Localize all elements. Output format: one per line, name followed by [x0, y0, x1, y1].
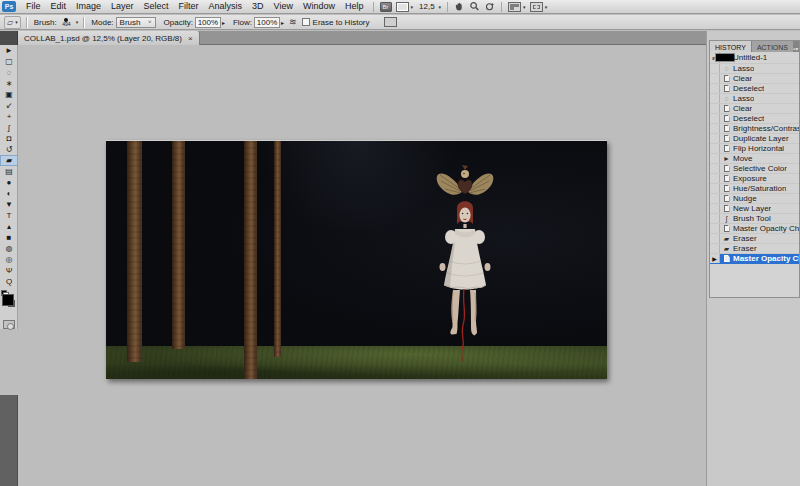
menu-window[interactable]: Window — [298, 0, 340, 13]
gradient-tool[interactable]: ▤ — [0, 166, 18, 177]
dodge-tool[interactable]: ◐ — [0, 188, 18, 199]
history-state-row[interactable]: Nudge — [710, 194, 799, 204]
history-state-row[interactable]: Selective Color — [710, 164, 799, 174]
lasso-tool[interactable]: ◌ — [0, 67, 18, 78]
history-brush-source-cell[interactable] — [710, 64, 720, 73]
history-brush-source-cell[interactable] — [710, 204, 720, 213]
history-brush-source-cell[interactable] — [710, 184, 720, 193]
history-brush-source-cell[interactable] — [710, 194, 720, 203]
3d-orbit-tool[interactable]: ◎ — [0, 254, 18, 265]
chevron-down-icon[interactable]: ▾ — [76, 19, 79, 25]
menu-file[interactable]: File — [21, 0, 46, 13]
3d-rotate-tool[interactable]: ◍ — [0, 243, 18, 254]
screen-mode-button[interactable]: ▾ — [530, 2, 548, 12]
eraser-tool[interactable]: ▰ — [0, 155, 18, 166]
menu-help[interactable]: Help — [340, 0, 369, 13]
history-brush-source-cell[interactable] — [710, 174, 720, 183]
shape-tool[interactable]: ■ — [0, 232, 18, 243]
menu-select[interactable]: Select — [139, 0, 174, 13]
history-brush-source-cell[interactable] — [710, 104, 720, 113]
history-state-row[interactable]: Deselect — [710, 114, 799, 124]
arrange-documents-button[interactable]: ▾ — [508, 2, 526, 12]
menu-analysis[interactable]: Analysis — [204, 0, 248, 13]
history-brush-source-cell[interactable] — [710, 74, 720, 83]
menu-image[interactable]: Image — [71, 0, 106, 13]
history-state-row[interactable]: ʃBrush Tool — [710, 214, 799, 224]
history-brush-source-cell[interactable] — [710, 224, 720, 233]
tool-preset-picker[interactable]: ▱ ▾ — [4, 16, 21, 29]
healing-brush-tool[interactable]: + — [0, 111, 18, 122]
opacity-field[interactable]: 100% — [195, 17, 221, 28]
history-state-row[interactable]: Brightness/Contrast — [710, 124, 799, 134]
history-state-row[interactable]: ◌Lasso — [710, 64, 799, 74]
history-brush-source-cell[interactable] — [710, 94, 720, 103]
zoom-tool-button[interactable] — [469, 1, 480, 12]
history-state-row[interactable]: ▶Master Opacity Change — [710, 254, 799, 264]
panel-menu-icon[interactable]: ▪▾ — [793, 45, 800, 52]
history-brush-source-cell[interactable] — [710, 84, 720, 93]
path-selection-tool[interactable]: ▴ — [0, 221, 18, 232]
foreground-color-swatch[interactable] — [2, 294, 14, 306]
history-brush-source-cell[interactable] — [710, 154, 720, 163]
tab-actions[interactable]: ACTIONS — [752, 41, 793, 52]
history-brush-source-cell[interactable] — [710, 234, 720, 243]
history-state-row[interactable]: ►Move — [710, 154, 799, 164]
flow-slider-arrow-icon[interactable]: ▸ — [281, 19, 284, 26]
menu-edit[interactable]: Edit — [46, 0, 72, 13]
history-brush-source-cell[interactable] — [710, 164, 720, 173]
toggle-brushes-panel-icon[interactable] — [384, 17, 397, 27]
history-state-row[interactable]: Duplicate Layer — [710, 134, 799, 144]
history-state-row[interactable]: ◌Lasso — [710, 94, 799, 104]
zoom-tool[interactable]: Q — [0, 276, 18, 287]
history-state-row[interactable]: Clear — [710, 74, 799, 84]
clone-stamp-tool[interactable]: ◘ — [0, 133, 18, 144]
menu-view[interactable]: View — [269, 0, 298, 13]
crop-tool[interactable]: ▣ — [0, 89, 18, 100]
history-snapshot-row[interactable]: ⇄ Untitled-1 — [710, 52, 799, 64]
flow-field[interactable]: 100% — [254, 17, 280, 28]
canvas-artwork[interactable] — [106, 140, 607, 379]
history-state-row[interactable]: Master Opacity Change — [710, 224, 799, 234]
history-state-pointer-icon[interactable]: ▶ — [710, 254, 720, 263]
history-state-row[interactable]: New Layer — [710, 204, 799, 214]
airbrush-toggle-icon[interactable]: ≋ — [289, 17, 297, 27]
opacity-slider-arrow-icon[interactable]: ▸ — [222, 19, 225, 26]
history-brush-source-cell[interactable] — [710, 124, 720, 133]
history-brush-source-cell[interactable] — [710, 114, 720, 123]
history-state-row[interactable]: Hue/Saturation — [710, 184, 799, 194]
history-brush-source-cell[interactable] — [710, 134, 720, 143]
history-state-row[interactable]: Clear — [710, 104, 799, 114]
menu-filter[interactable]: Filter — [174, 0, 204, 13]
hand-tool[interactable]: Ψ — [0, 265, 18, 276]
tab-history[interactable]: HISTORY — [710, 41, 751, 52]
move-tool[interactable]: ► — [0, 45, 18, 56]
history-state-row[interactable]: ▰Eraser — [710, 234, 799, 244]
erase-to-history-checkbox[interactable] — [302, 18, 310, 26]
mode-select[interactable]: Brush ˅ — [116, 17, 156, 28]
close-icon[interactable]: × — [188, 34, 193, 43]
launch-bridge-icon[interactable]: Br — [380, 2, 392, 12]
rotate-view-button[interactable] — [484, 1, 495, 12]
blur-tool[interactable]: ● — [0, 177, 18, 188]
pen-tool[interactable]: ▼ — [0, 199, 18, 210]
menu-3d[interactable]: 3D — [247, 0, 269, 13]
menu-layer[interactable]: Layer — [106, 0, 139, 13]
view-extras-button[interactable]: ▾ — [396, 2, 414, 12]
document-tab[interactable]: COLLAB_1.psd @ 12,5% (Layer 20, RGB/8) × — [18, 31, 200, 45]
history-state-row[interactable]: Flip Horizontal — [710, 144, 799, 154]
history-state-row[interactable]: Exposure — [710, 174, 799, 184]
brush-tool[interactable]: ʃ — [0, 122, 18, 133]
type-tool[interactable]: T — [0, 210, 18, 221]
eyedropper-tool[interactable]: ↙ — [0, 100, 18, 111]
zoom-level-dropdown[interactable]: 12,5 ▾ — [417, 2, 441, 11]
hand-tool-button[interactable] — [454, 1, 465, 12]
history-brush-source-cell[interactable] — [710, 144, 720, 153]
history-brush-source-cell[interactable] — [710, 214, 720, 223]
history-brush-tool[interactable]: ↺ — [0, 144, 18, 155]
quick-mask-button[interactable] — [3, 320, 15, 329]
toolbar-dock-header[interactable] — [0, 31, 18, 45]
history-state-row[interactable]: ▰Eraser — [710, 244, 799, 254]
history-state-row[interactable]: Deselect — [710, 84, 799, 94]
history-brush-source-cell[interactable] — [710, 244, 720, 253]
quick-selection-tool[interactable]: ∗ — [0, 78, 18, 89]
